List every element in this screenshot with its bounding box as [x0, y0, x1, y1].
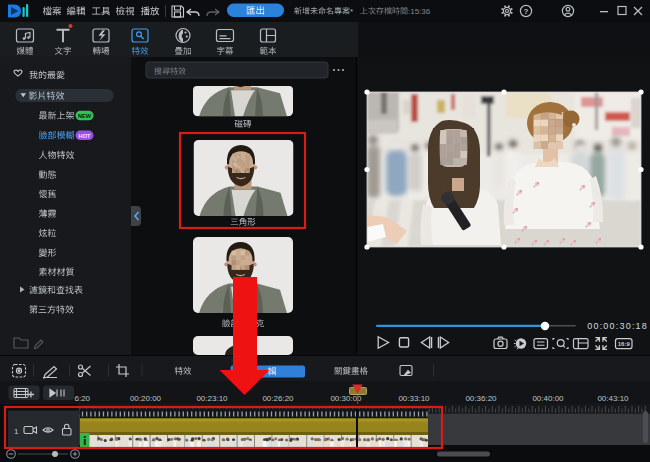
svg-text:00:00:30:18: 00:00:30:18: [587, 321, 648, 331]
svg-text:16:9: 16:9: [618, 341, 631, 347]
svg-text:6:20: 6:20: [75, 394, 91, 403]
svg-text:?: ?: [524, 7, 529, 16]
svg-text:1: 1: [14, 427, 19, 436]
svg-text:00:33:10: 00:33:10: [398, 394, 430, 403]
svg-text:00:20:00: 00:20:00: [130, 394, 162, 403]
svg-text:00:26:20: 00:26:20: [262, 394, 294, 403]
svg-text:00:36:20: 00:36:20: [465, 394, 497, 403]
svg-text:HOT: HOT: [79, 133, 91, 139]
svg-text:00:40:00: 00:40:00: [532, 394, 564, 403]
svg-text:*: *: [350, 7, 353, 16]
svg-text::15:36: :15:36: [408, 7, 431, 16]
svg-text:NEW: NEW: [78, 113, 92, 119]
svg-text:00:43:10: 00:43:10: [597, 394, 629, 403]
svg-text:00:23:10: 00:23:10: [196, 394, 228, 403]
